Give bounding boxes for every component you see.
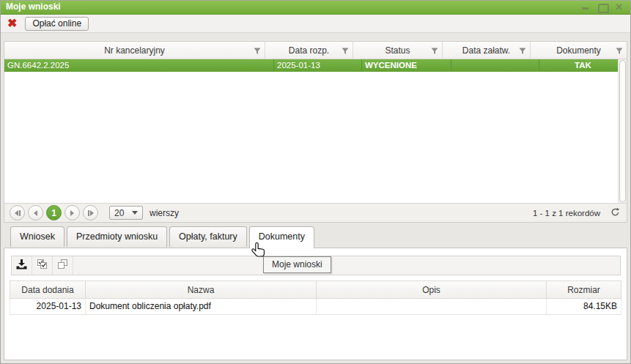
filter-icon[interactable]	[616, 47, 623, 57]
rows-label: wierszy	[150, 208, 179, 218]
moje-wnioski-window: Moje wnioski ✕ ✖ Opłać online Nr kancela…	[0, 0, 631, 364]
refresh-icon[interactable]	[610, 207, 620, 218]
scrollbar-thumb[interactable]	[619, 60, 626, 202]
column-header-dokumenty[interactable]: Dokumenty	[531, 42, 627, 59]
cell-dokumenty: TAK	[539, 59, 627, 72]
column-header-status[interactable]: Status	[353, 42, 443, 59]
tooltip: Moje wnioski	[263, 256, 331, 273]
filter-icon[interactable]	[342, 47, 349, 57]
vertical-scrollbar[interactable]	[618, 59, 627, 203]
download-icon	[16, 259, 27, 272]
cell-opis	[317, 299, 547, 314]
title-bar: Moje wnioski ✕	[1, 1, 630, 15]
cell-nr-kancelaryjny: GN.6642.2.2025	[4, 59, 274, 72]
download-button[interactable]	[12, 256, 32, 275]
close-icon[interactable]: ✕	[615, 3, 624, 11]
hand-pointer-icon	[251, 242, 267, 262]
tab-przedmioty-wniosku[interactable]: Przedmioty wniosku	[67, 226, 167, 247]
column-header-nr-kancelaryjny[interactable]: Nr kancelaryjny	[4, 42, 265, 59]
maximize-icon[interactable]	[598, 3, 607, 11]
requests-grid-body: GN.6642.2.2025 2025-01-13 WYCENIONE TAK	[4, 59, 627, 203]
select-checkboxes-button[interactable]	[32, 256, 53, 275]
filter-icon[interactable]	[519, 47, 526, 57]
main-toolbar: ✖ Opłać online	[1, 15, 630, 33]
pagination-bar: 1 20 wierszy 1 - 1 z 1 rekordów	[4, 203, 627, 222]
page-size-value: 20	[114, 208, 124, 218]
window-controls: ✕	[581, 3, 624, 11]
column-header-opis[interactable]: Opis	[317, 281, 547, 298]
filter-icon[interactable]	[431, 47, 438, 57]
cell-data-rozp: 2025-01-13	[274, 59, 362, 72]
chevron-down-icon	[132, 211, 138, 215]
pay-online-button[interactable]: Opłać online	[25, 17, 89, 31]
column-header-nazwa[interactable]: Nazwa	[86, 281, 317, 298]
documents-grid-header: Data dodania Nazwa Opis Rozmiar	[10, 281, 621, 299]
column-header-data-dodania[interactable]: Data dodania	[10, 281, 86, 298]
last-page-icon	[90, 210, 94, 216]
select-checkboxes-icon	[37, 259, 48, 272]
first-page-button[interactable]	[10, 205, 25, 220]
column-header-rozmiar[interactable]: Rozmiar	[547, 281, 621, 298]
document-row[interactable]: 2025-01-13 Dokument obliczenia opłaty.pd…	[10, 299, 621, 315]
copy-icon	[57, 259, 68, 272]
first-page-icon	[15, 210, 18, 216]
cell-data-zalatw	[451, 59, 539, 72]
tab-wniosek[interactable]: Wniosek	[10, 226, 64, 247]
column-header-data-zalatw[interactable]: Data załatw.	[443, 42, 531, 59]
cancel-icon[interactable]: ✖	[7, 18, 17, 29]
documents-grid: Data dodania Nazwa Opis Rozmiar 2025-01-…	[10, 281, 621, 315]
requests-grid: Nr kancelaryjny Data rozp. Status Data z…	[4, 41, 627, 223]
page-size-select[interactable]: 20	[109, 206, 143, 220]
tab-oplaty-faktury[interactable]: Opłaty, faktury	[169, 226, 247, 247]
current-page-button[interactable]: 1	[46, 205, 62, 220]
copy-button[interactable]	[53, 256, 73, 275]
table-row-selected[interactable]: GN.6642.2.2025 2025-01-13 WYCENIONE TAK	[4, 59, 627, 72]
cell-data-dodania: 2025-01-13	[10, 299, 86, 314]
previous-page-icon	[34, 210, 37, 216]
cell-nazwa: Dokument obliczenia opłaty.pdf	[86, 299, 317, 314]
cell-rozmiar: 84.15KB	[547, 299, 621, 314]
previous-page-button[interactable]	[28, 205, 43, 220]
filter-icon[interactable]	[254, 47, 261, 57]
next-page-button[interactable]	[64, 205, 80, 220]
requests-grid-header: Nr kancelaryjny Data rozp. Status Data z…	[4, 42, 627, 59]
last-page-button[interactable]	[83, 205, 98, 220]
next-page-icon	[70, 210, 74, 216]
column-header-data-rozp[interactable]: Data rozp.	[265, 42, 353, 59]
cell-status: WYCENIONE	[362, 59, 451, 72]
window-title: Moje wnioski	[6, 1, 61, 12]
records-summary: 1 - 1 z 1 rekordów	[533, 209, 600, 218]
tab-bar: Wniosek Przedmioty wniosku Opłaty, faktu…	[4, 226, 314, 248]
minimize-icon[interactable]	[581, 3, 590, 11]
